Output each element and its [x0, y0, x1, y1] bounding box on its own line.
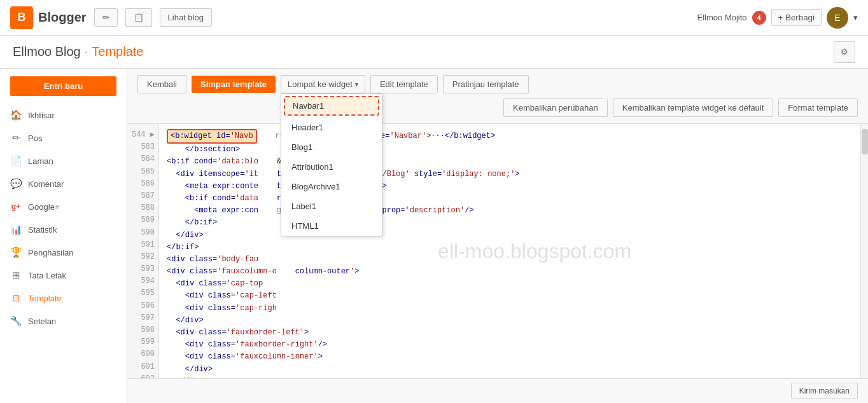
content-area: Kembali Simpan template Lompat ke widget…	[127, 69, 868, 403]
toolbar: Kembali Simpan template Lompat ke widget…	[127, 69, 868, 124]
line-num-602: 602	[131, 373, 155, 378]
line-num-590: 590	[131, 227, 155, 239]
dropdown-item-blogarchive1[interactable]: BlogArchive1	[281, 177, 382, 196]
sidebar-item-template[interactable]: ⊡ Template	[0, 287, 127, 310]
preview-template-button[interactable]: Pratinjau template	[443, 75, 529, 93]
line-num-594: 594	[131, 275, 155, 287]
sidebar-label-tataletak: Tata Letak	[28, 271, 66, 280]
back-button[interactable]: Kembali	[137, 75, 186, 93]
trophy-icon: 🏆	[10, 247, 22, 258]
line-num-600: 600	[131, 348, 155, 360]
bottom-bar: Kirim masukan	[127, 378, 868, 403]
sidebar-label-google: Google+	[28, 202, 60, 212]
format-template-button[interactable]: Format template	[778, 99, 858, 117]
stats-icon: 📊	[10, 224, 22, 235]
jump-widget-dropdown-wrapper: Lompat ke widget ▾ Navbar1 Header1 Blog1…	[281, 75, 365, 93]
sidebar-label-ikhtisar: Ikhtisar	[28, 111, 55, 120]
sidebar-label-pos: Pos	[28, 133, 42, 143]
dropdown-item-navbar1[interactable]: Navbar1	[284, 96, 379, 116]
new-post-button[interactable]: Entri baru	[10, 76, 116, 96]
toolbar-right-group: Kembalikan perubahan Kembalikan template…	[503, 99, 858, 117]
sidebar-label-template: Template	[28, 294, 62, 303]
line-num-598: 598	[131, 324, 155, 336]
blog-name: Ellmoo Blog	[13, 44, 81, 59]
line-num-586: 586	[131, 178, 155, 190]
line-num-592: 592	[131, 251, 155, 263]
line-num-591: 591	[131, 239, 155, 251]
restore-default-button[interactable]: Kembalikan template widget ke default	[613, 99, 774, 117]
code-editor[interactable]: 544 ▶ 583 584 585 586 587 588 589 590 59…	[127, 124, 868, 378]
code-content[interactable]: <b:widget id='Navb rue! title='Navbar' t…	[159, 124, 868, 378]
restore-button[interactable]: Kembalikan perubahan	[503, 99, 608, 117]
scrollbar-track[interactable]	[860, 124, 868, 378]
save-template-button[interactable]: Simpan template	[192, 76, 276, 93]
line-num-596: 596	[131, 300, 155, 312]
line-num-595: 595	[131, 287, 155, 299]
sidebar-label-statistik: Statistik	[28, 225, 57, 235]
dropdown-item-label1[interactable]: Label1	[281, 196, 382, 216]
edit-template-button[interactable]: Edit template	[370, 75, 438, 93]
view-blog-button[interactable]: Lihat blog	[160, 8, 212, 27]
line-num-597: 597	[131, 312, 155, 324]
user-section: Ellmoo Mojito 4 + Berbagi E ▾	[697, 7, 858, 29]
sidebar-item-komentar[interactable]: 💬 Komentar	[0, 172, 127, 195]
line-num-601: 601	[131, 361, 155, 373]
topbar: B Blogger ✏ 📋 Lihat blog Ellmoo Mojito 4…	[0, 0, 868, 36]
page-icon: 📄	[10, 155, 22, 167]
comment-icon: 💬	[10, 178, 22, 189]
share-label: + Berbagi	[778, 13, 815, 22]
jump-widget-button[interactable]: Lompat ke widget ▾	[281, 75, 365, 93]
dropdown-item-html1[interactable]: HTML1	[281, 216, 382, 236]
sidebar-item-ikhtisar[interactable]: 🏠 Ikhtisar	[0, 104, 127, 126]
sidebar-item-statistik[interactable]: 📊 Statistik	[0, 218, 127, 241]
pencil-button[interactable]: ✏	[94, 8, 118, 27]
main-layout: Entri baru 🏠 Ikhtisar ✏ Pos 📄 Laman 💬 Ko…	[0, 69, 868, 403]
breadcrumb-bar: Ellmoo Blog · Template ⚙	[0, 36, 868, 69]
dropdown-arrow-icon: ▾	[355, 81, 358, 88]
sidebar: Entri baru 🏠 Ikhtisar ✏ Pos 📄 Laman 💬 Ko…	[0, 69, 127, 403]
settings-gear-button[interactable]: ⚙	[834, 41, 855, 63]
sidebar-item-google[interactable]: g+ Google+	[0, 195, 127, 218]
line-num-585: 585	[131, 166, 155, 178]
share-button[interactable]: + Berbagi	[771, 9, 822, 26]
username: Ellmoo Mojito	[697, 13, 747, 22]
line-num-544: 544 ▶	[131, 129, 155, 141]
dropdown-item-header1[interactable]: Header1	[281, 118, 382, 137]
layout-icon: ⊞	[10, 270, 22, 281]
jump-widget-label: Lompat ke widget	[288, 79, 353, 89]
line-numbers: 544 ▶ 583 584 585 586 587 588 589 590 59…	[127, 124, 159, 378]
home-icon: 🏠	[10, 109, 22, 121]
sidebar-item-tataletak[interactable]: ⊞ Tata Letak	[0, 264, 127, 287]
sidebar-item-laman[interactable]: 📄 Laman	[0, 149, 127, 172]
line-num-588: 588	[131, 202, 155, 214]
breadcrumb-current-page: Template	[92, 44, 143, 59]
sidebar-item-pos[interactable]: ✏ Pos	[0, 126, 127, 149]
blogger-logo-text: Blogger	[38, 10, 87, 25]
line-num-589: 589	[131, 214, 155, 226]
line-num-587: 587	[131, 190, 155, 202]
line-num-583: 583	[131, 141, 155, 153]
wrench-icon: 🔧	[10, 315, 22, 327]
avatar-dropdown-icon[interactable]: ▾	[853, 13, 858, 22]
sidebar-item-penghasilan[interactable]: 🏆 Penghasilan	[0, 241, 127, 264]
sidebar-label-setelan: Setelan	[28, 317, 56, 326]
blogger-icon: B	[10, 6, 33, 29]
sidebar-label-laman: Laman	[28, 156, 53, 166]
template-icon: ⊡	[10, 292, 22, 304]
dropdown-item-blog1[interactable]: Blog1	[281, 137, 382, 157]
document-button[interactable]: 📋	[125, 8, 152, 27]
breadcrumb: Ellmoo Blog · Template	[13, 44, 143, 59]
code-editor-inner: 544 ▶ 583 584 585 586 587 588 589 590 59…	[127, 124, 868, 378]
line-num-599: 599	[131, 336, 155, 348]
sidebar-item-setelan[interactable]: 🔧 Setelan	[0, 310, 127, 332]
scrollbar-thumb[interactable]	[862, 129, 868, 154]
sidebar-label-komentar: Komentar	[28, 179, 64, 189]
notification-badge[interactable]: 4	[752, 11, 766, 25]
dropdown-item-attribution1[interactable]: Attribution1	[281, 157, 382, 177]
avatar[interactable]: E	[827, 7, 848, 29]
breadcrumb-separator: ·	[85, 44, 88, 59]
logo: B Blogger	[10, 6, 87, 29]
send-feedback-button[interactable]: Kirim masukan	[791, 383, 858, 399]
sidebar-label-penghasilan: Penghasilan	[28, 248, 74, 257]
notification-count: 4	[757, 14, 761, 22]
